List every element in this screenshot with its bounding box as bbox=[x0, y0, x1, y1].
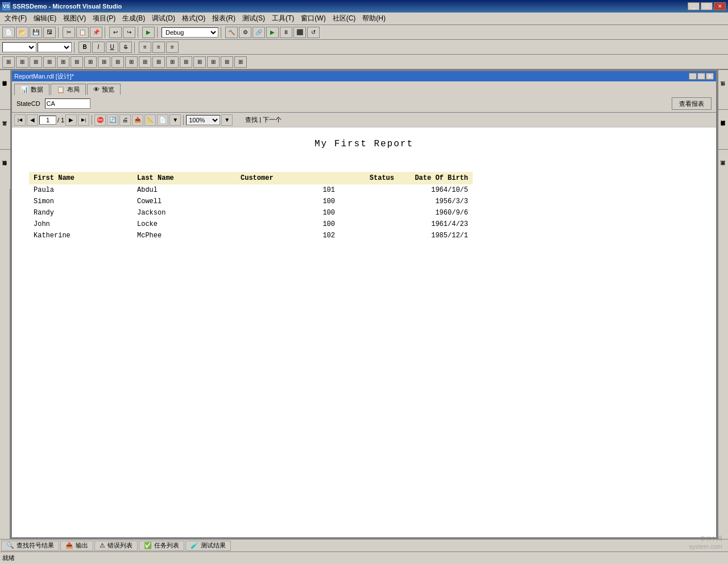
tb3-btn13[interactable]: ⊞ bbox=[166, 56, 179, 68]
rtb-prev-btn[interactable]: ◀ bbox=[27, 114, 38, 126]
left-bar-item-3[interactable]: 报表数据 bbox=[0, 149, 10, 189]
menu-report[interactable]: 报表(R) bbox=[209, 13, 239, 24]
tb3-btn16[interactable]: ⊞ bbox=[207, 56, 220, 68]
align-right-btn[interactable]: ≡ bbox=[166, 42, 179, 53]
zoom-dropdown-btn[interactable]: ▼ bbox=[221, 114, 233, 126]
bottom-tab-errors[interactable]: ⚠ 错误列表 bbox=[94, 541, 138, 551]
rtb-print-btn[interactable]: 🖨 bbox=[119, 114, 131, 126]
menu-format[interactable]: 格式(O) bbox=[179, 13, 209, 24]
font-name-combo[interactable] bbox=[2, 42, 36, 52]
tb3-btn4[interactable]: ⊞ bbox=[43, 56, 56, 68]
bottom-tab-testresults[interactable]: 🧪 测试结果 bbox=[185, 541, 231, 551]
restart-btn[interactable]: ↺ bbox=[307, 27, 320, 38]
align-left-btn[interactable]: ≡ bbox=[139, 42, 151, 53]
tab-preview[interactable]: 👁 预览 bbox=[87, 84, 121, 95]
italic-btn[interactable]: I bbox=[92, 42, 105, 53]
tab-bar: 📊 数据 📋 布局 👁 预览 bbox=[12, 81, 716, 95]
rtb-first-btn[interactable]: |◀ bbox=[14, 114, 26, 126]
left-bar-item-1[interactable]: 服务器资源管理器 bbox=[0, 69, 10, 109]
header-lastname: Last Name bbox=[133, 172, 236, 184]
tb3-btn2[interactable]: ⊞ bbox=[16, 56, 28, 68]
page-number-input[interactable] bbox=[39, 116, 56, 125]
tb3-btn12[interactable]: ⊞ bbox=[152, 56, 165, 68]
rtb-export-btn[interactable]: 📤 bbox=[132, 114, 143, 126]
bold-btn[interactable]: B bbox=[78, 42, 91, 53]
close-button[interactable]: ✕ bbox=[714, 2, 726, 10]
save-btn[interactable]: 💾 bbox=[30, 27, 42, 38]
rtb-layout-btn[interactable]: 📐 bbox=[144, 114, 156, 126]
tb3-btn17[interactable]: ⊞ bbox=[221, 56, 233, 68]
menu-help[interactable]: 帮助(H) bbox=[359, 13, 389, 24]
bottom-tab-output[interactable]: 📤 输出 bbox=[60, 541, 93, 551]
menu-build[interactable]: 生成(B) bbox=[119, 13, 148, 24]
tb3-btn6[interactable]: ⊞ bbox=[71, 56, 83, 68]
strikethrough-btn[interactable]: S̶ bbox=[119, 42, 132, 53]
settings-btn[interactable]: ⚙ bbox=[239, 27, 251, 38]
open-btn[interactable]: 📂 bbox=[16, 27, 28, 38]
redo-btn[interactable]: ↪ bbox=[123, 27, 135, 38]
zoom-combo[interactable]: 100% 75% 50% 150% bbox=[186, 115, 220, 125]
view-report-button[interactable]: 查看报表 bbox=[672, 97, 712, 110]
menu-community[interactable]: 社区(C) bbox=[329, 13, 359, 24]
right-bar-item-3[interactable]: 测试库 bbox=[718, 149, 728, 189]
tb3-btn3[interactable]: ⊞ bbox=[30, 56, 42, 68]
pause-btn[interactable]: ⏸ bbox=[280, 27, 292, 38]
right-bar-item-1[interactable]: 属性 bbox=[718, 69, 728, 109]
rtb-refresh-btn[interactable]: 🔄 bbox=[107, 114, 118, 126]
tab-layout[interactable]: 📋 布局 bbox=[51, 84, 86, 95]
rtb-next-btn[interactable]: ▶ bbox=[65, 114, 77, 126]
rtb-more-btn[interactable]: ▼ bbox=[169, 114, 181, 126]
tb3-btn11[interactable]: ⊞ bbox=[139, 56, 151, 68]
cut-btn[interactable]: ✂ bbox=[63, 27, 75, 38]
right-bar-item-2[interactable]: 解决方案资源管理器 bbox=[718, 109, 728, 149]
tb3-btn8[interactable]: ⊞ bbox=[98, 56, 110, 68]
stop-btn[interactable]: ⬛ bbox=[293, 27, 306, 38]
menu-test[interactable]: 测试(S) bbox=[239, 13, 268, 24]
new-project-btn[interactable]: 📄 bbox=[2, 27, 15, 38]
menu-edit[interactable]: 编辑(E) bbox=[30, 13, 60, 24]
menu-tools[interactable]: 工具(T) bbox=[268, 13, 297, 24]
doc-close-btn[interactable]: ✕ bbox=[706, 73, 714, 80]
tb3-btn9[interactable]: ⊞ bbox=[111, 56, 124, 68]
tb3-btn1[interactable]: ⊞ bbox=[2, 56, 15, 68]
debug-btn[interactable]: ▶ bbox=[266, 27, 279, 38]
align-center-btn[interactable]: ≡ bbox=[152, 42, 165, 53]
font-size-combo[interactable] bbox=[38, 42, 72, 52]
tb3-btn7[interactable]: ⊞ bbox=[84, 56, 97, 68]
attach-btn[interactable]: 🔗 bbox=[253, 27, 265, 38]
build-config-combo[interactable]: Debug Release bbox=[162, 27, 218, 38]
menu-window[interactable]: 窗口(W) bbox=[297, 13, 329, 24]
tab-data[interactable]: 📊 数据 bbox=[14, 84, 49, 95]
left-bar-item-2[interactable]: 工具箱 bbox=[0, 109, 10, 149]
menu-debug[interactable]: 调试(D) bbox=[148, 13, 179, 24]
search-label[interactable]: 查找 | 下一个 bbox=[245, 116, 282, 124]
menu-file[interactable]: 文件(F) bbox=[1, 13, 30, 24]
doc-minimize-btn[interactable]: _ bbox=[689, 73, 697, 80]
maximize-button[interactable]: □ bbox=[701, 2, 713, 10]
rtb-pagesetup-btn[interactable]: 📄 bbox=[157, 114, 168, 126]
save-all-btn[interactable]: 🖫 bbox=[43, 27, 56, 38]
run-btn[interactable]: ▶ bbox=[142, 27, 155, 38]
underline-btn[interactable]: U bbox=[106, 42, 118, 53]
tb3-btn10[interactable]: ⊞ bbox=[125, 56, 138, 68]
bottom-tab-tasks[interactable]: ✅ 任务列表 bbox=[139, 541, 184, 551]
build-btn[interactable]: 🔨 bbox=[225, 27, 238, 38]
watermark: G X I 网system.com bbox=[689, 534, 722, 550]
doc-restore-btn[interactable]: □ bbox=[697, 73, 705, 80]
param-input[interactable] bbox=[45, 98, 90, 109]
tb3-btn15[interactable]: ⊞ bbox=[193, 56, 206, 68]
minimize-button[interactable]: _ bbox=[688, 2, 700, 10]
undo-btn[interactable]: ↩ bbox=[109, 27, 122, 38]
menu-project[interactable]: 项目(P) bbox=[89, 13, 119, 24]
copy-btn[interactable]: 📋 bbox=[76, 27, 89, 38]
tb3-btn18[interactable]: ⊞ bbox=[234, 56, 247, 68]
tb3-btn14[interactable]: ⊞ bbox=[180, 56, 192, 68]
paste-btn[interactable]: 📌 bbox=[90, 27, 102, 38]
cell-customer: 100 bbox=[236, 207, 340, 219]
rtb-stop-btn[interactable]: ⛔ bbox=[94, 114, 106, 126]
rtb-last-btn[interactable]: ▶| bbox=[78, 114, 89, 126]
bottom-tab-search[interactable]: 🔍 查找符号结果 bbox=[1, 541, 59, 551]
table-row: Paula Abdul 101 1964/10/5 bbox=[29, 184, 473, 196]
tb3-btn5[interactable]: ⊞ bbox=[57, 56, 69, 68]
menu-view[interactable]: 视图(V) bbox=[60, 13, 89, 24]
